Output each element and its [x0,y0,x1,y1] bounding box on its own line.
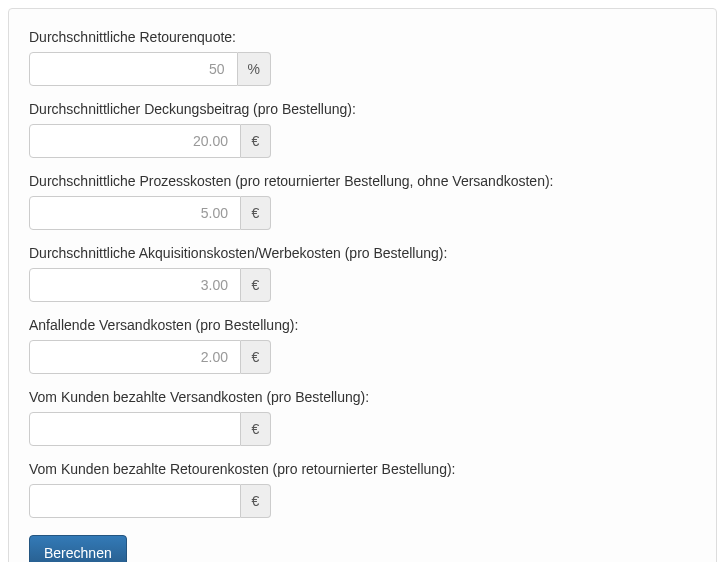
label-shipping-costs: Anfallende Versandkosten (pro Bestellung… [29,317,696,333]
label-coverage-contribution: Durchschnittlicher Deckungsbeitrag (pro … [29,101,696,117]
field-customer-shipping-paid: Vom Kunden bezahlte Versandkosten (pro B… [29,389,696,446]
field-return-quota: Durchschnittliche Retourenquote: % [29,29,696,86]
label-acquisition-costs: Durchschnittliche Akquisitionskosten/Wer… [29,245,696,261]
input-group-coverage-contribution: € [29,124,271,158]
input-group-process-costs: € [29,196,271,230]
input-group-customer-shipping-paid: € [29,412,271,446]
label-customer-shipping-paid: Vom Kunden bezahlte Versandkosten (pro B… [29,389,696,405]
field-acquisition-costs: Durchschnittliche Akquisitionskosten/Wer… [29,245,696,302]
label-process-costs: Durchschnittliche Prozesskosten (pro ret… [29,173,696,189]
calculate-button[interactable]: Berechnen [29,535,127,562]
input-process-costs[interactable] [29,196,241,230]
field-process-costs: Durchschnittliche Prozesskosten (pro ret… [29,173,696,230]
unit-coverage-contribution: € [241,124,271,158]
unit-return-quota: % [238,52,271,86]
label-return-quota: Durchschnittliche Retourenquote: [29,29,696,45]
unit-acquisition-costs: € [241,268,271,302]
form-panel: Durchschnittliche Retourenquote: % Durch… [8,8,717,562]
input-customer-return-paid[interactable] [29,484,241,518]
label-customer-return-paid: Vom Kunden bezahlte Retourenkosten (pro … [29,461,696,477]
unit-shipping-costs: € [241,340,271,374]
input-coverage-contribution[interactable] [29,124,241,158]
input-return-quota[interactable] [29,52,238,86]
unit-process-costs: € [241,196,271,230]
input-group-customer-return-paid: € [29,484,271,518]
field-shipping-costs: Anfallende Versandkosten (pro Bestellung… [29,317,696,374]
unit-customer-return-paid: € [241,484,271,518]
input-group-return-quota: % [29,52,271,86]
input-group-shipping-costs: € [29,340,271,374]
field-customer-return-paid: Vom Kunden bezahlte Retourenkosten (pro … [29,461,696,518]
unit-customer-shipping-paid: € [241,412,271,446]
input-shipping-costs[interactable] [29,340,241,374]
input-customer-shipping-paid[interactable] [29,412,241,446]
input-group-acquisition-costs: € [29,268,271,302]
input-acquisition-costs[interactable] [29,268,241,302]
field-coverage-contribution: Durchschnittlicher Deckungsbeitrag (pro … [29,101,696,158]
